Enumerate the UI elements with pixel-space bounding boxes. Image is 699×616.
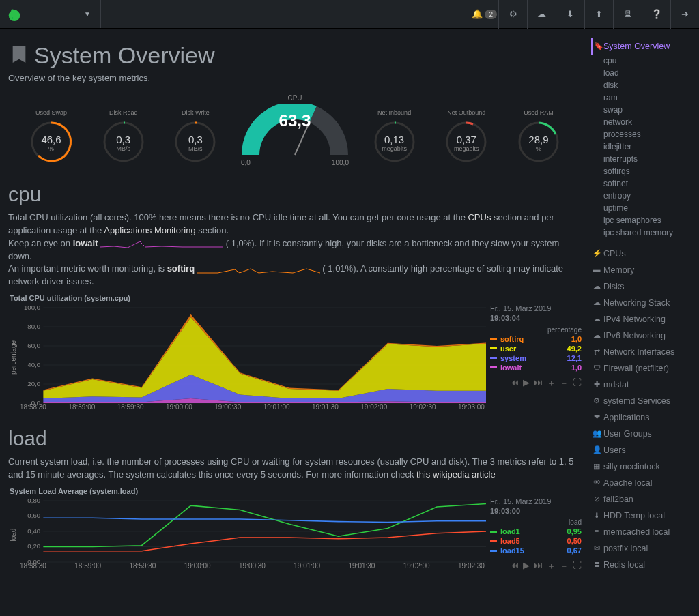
notifications-button[interactable]: 🔔 2 — [470, 0, 498, 29]
legend-item-iowait[interactable]: iowait 1,0 — [490, 364, 582, 372]
svg-point-1 — [12, 17, 13, 18]
svg-text:40,0: 40,0 — [27, 362, 40, 368]
sidebar-sub-entropy[interactable]: entropy — [591, 190, 692, 202]
cpu-chart-legend: Fr., 15. März 2019 19:03:04 percentage s… — [486, 304, 582, 411]
sidebar-sub-uptime[interactable]: uptime — [591, 202, 692, 214]
notification-badge: 2 — [485, 10, 497, 19]
sidebar-item-user-groups[interactable]: 👥User Groups — [591, 426, 692, 442]
metric-net-outbound[interactable]: Net Outbound 0,37 megabits — [436, 109, 497, 152]
sidebar-item-apache-local[interactable]: 👁Apache local — [591, 475, 692, 491]
metric-used-ram[interactable]: Used RAM 28,9 % — [508, 109, 569, 152]
sidebar-item-mdstat[interactable]: ✚mdstat — [591, 377, 692, 393]
metric-disk-write[interactable]: Disk Write 0,3 MB/s — [165, 109, 226, 152]
upload-icon: ⬆ — [595, 9, 603, 19]
sidebar-sub-interrupts[interactable]: interrupts — [591, 153, 692, 165]
legend-item-user[interactable]: user 49,2 — [490, 344, 582, 353]
sidebar-item-silly-mcclintock[interactable]: ▦silly mcclintock — [591, 458, 692, 475]
help-icon: ❔ — [651, 9, 662, 19]
download-icon: ⬇ — [567, 9, 574, 19]
sidebar-sub-swap[interactable]: swap — [591, 104, 692, 116]
logo[interactable] — [0, 0, 29, 29]
svg-text:0,60: 0,60 — [27, 513, 40, 520]
page-header: System Overview — [8, 40, 582, 69]
legend-item-load15[interactable]: load15 0,67 — [490, 546, 582, 555]
signout-button[interactable]: ➜ — [670, 0, 699, 29]
svg-text:0,40: 0,40 — [27, 528, 40, 535]
legend-item-load5[interactable]: load5 0,50 — [490, 537, 582, 545]
sidebar-item-memcached-local[interactable]: ≡memcached local — [591, 524, 692, 540]
sidebar-item-networking-stack[interactable]: ☁Networking Stack — [591, 295, 692, 311]
user-dropdown[interactable]: ▼ — [29, 0, 101, 28]
upload-button[interactable]: ⬆ — [584, 0, 613, 29]
sidebar-sub-ipc-shared-memory[interactable]: ipc shared memory — [591, 226, 692, 239]
svg-text:0,80: 0,80 — [27, 497, 40, 504]
signout-icon: ➜ — [681, 9, 689, 19]
sidebar-item-applications[interactable]: ❤Applications — [591, 409, 692, 426]
sidebar-sub-softirqs[interactable]: softirqs — [591, 165, 692, 177]
load-chart-ylabel: load — [8, 497, 18, 573]
cpu-chart[interactable]: 100,080,060,040,020,00,0 — [18, 304, 486, 413]
sidebar-item-redis-local[interactable]: ≣Redis local — [591, 557, 692, 573]
sidebar-item-postfix-local[interactable]: ✉postfix local — [591, 540, 692, 557]
sidebar-item-network-interfaces[interactable]: ⇄Network Interfaces — [591, 344, 692, 360]
cloud-download-icon: ☁ — [537, 9, 546, 19]
sidebar-sub-softnet[interactable]: softnet — [591, 177, 692, 190]
download-button[interactable]: ⬇ — [556, 0, 584, 29]
cpu-chart-title: Total CPU utilization (system.cpu) — [10, 294, 582, 302]
cpus-link[interactable]: CPUs — [468, 212, 491, 222]
settings-button[interactable]: ⚙ — [498, 0, 527, 29]
sidebar-sub-idlejitter[interactable]: idlejitter — [591, 141, 692, 153]
load-chart-controls[interactable]: ⏮▶⏭＋－⛶ — [490, 560, 582, 572]
wikipedia-link[interactable]: this wikipedia article — [416, 469, 496, 480]
metric-cpu-gauge[interactable]: CPU 63,3 0,0100,0 — [237, 94, 353, 166]
svg-text:60,0: 60,0 — [27, 342, 40, 349]
svg-text:0,20: 0,20 — [27, 544, 40, 551]
load-description: Current system load, i.e. the number of … — [8, 456, 582, 482]
gear-icon: ⚙ — [509, 9, 517, 19]
sidebar-item-fail2ban[interactable]: ⊘fail2ban — [591, 491, 692, 508]
sidebar-item-users[interactable]: 👤Users — [591, 442, 692, 458]
load-chart-title: System Load Average (system.load) — [10, 487, 582, 495]
sidebar-item-disks[interactable]: ☁Disks — [591, 278, 692, 295]
sidebar-sub-processes[interactable]: processes — [591, 128, 692, 141]
print-icon: 🖶 — [623, 9, 632, 19]
sidebar-sub-disk[interactable]: disk — [591, 79, 692, 91]
sidebar-sub-ipc-semaphores[interactable]: ipc semaphores — [591, 214, 692, 226]
appmon-link[interactable]: Applications Monitoring — [104, 225, 195, 235]
sidebar-item-cpus[interactable]: ⚡CPUs — [591, 246, 692, 262]
sidebar: 🔖 System Overview cpuloaddiskramswapnetw… — [590, 29, 699, 600]
legend-item-system[interactable]: system 12,1 — [490, 354, 582, 362]
page-title: System Overview — [34, 42, 215, 69]
metric-disk-read[interactable]: Disk Read 0,3 MB/s — [93, 109, 154, 152]
cpu-chart-controls[interactable]: ⏮▶⏭＋－⛶ — [490, 377, 582, 390]
iowait-sparkline — [100, 239, 223, 248]
sidebar-sub-ram[interactable]: ram — [591, 91, 692, 104]
legend-item-softirq[interactable]: softirq 1,0 — [490, 335, 582, 343]
section-heading-cpu: cpu — [8, 183, 582, 206]
page-subtitle: Overview of the key system metrics. — [8, 73, 582, 83]
sidebar-item-ipv6-networking[interactable]: ☁IPv6 Networking — [591, 327, 692, 344]
sidebar-item-memory[interactable]: ▬Memory — [591, 262, 692, 278]
metric-net-inbound[interactable]: Net Inbound 0,13 megabits — [364, 109, 425, 152]
softirq-sparkline — [197, 265, 320, 274]
sidebar-item-systemd-services[interactable]: ⚙systemd Services — [591, 393, 692, 409]
sidebar-sub-load[interactable]: load — [591, 67, 692, 79]
sidebar-item-ipv4-networking[interactable]: ☁IPv4 Networking — [591, 311, 692, 327]
metric-used-swap[interactable]: Used Swap 46,6 % — [20, 109, 82, 152]
svg-text:0,0: 0,0 — [31, 400, 40, 407]
sidebar-item-firewall-netfilter-[interactable]: 🛡Firewall (netfilter) — [591, 360, 692, 377]
sidebar-item-hdd-temp-local[interactable]: 🌡HDD Temp local — [591, 508, 692, 524]
print-button[interactable]: 🖶 — [613, 0, 642, 29]
legend-item-load1[interactable]: load1 0,95 — [490, 527, 582, 536]
load-chart[interactable]: 0,800,600,400,200,00 — [18, 497, 486, 572]
sidebar-sub-network[interactable]: network — [591, 116, 692, 128]
sidebar-item-overview[interactable]: 🔖 System Overview — [591, 38, 692, 55]
bookmark-icon — [8, 41, 30, 68]
help-button[interactable]: ❔ — [642, 0, 670, 29]
cloud-download-button[interactable]: ☁ — [527, 0, 556, 29]
section-heading-load: load — [8, 427, 582, 450]
sidebar-sub-cpu[interactable]: cpu — [591, 55, 692, 67]
cpu-chart-ylabel: percentage — [8, 304, 18, 411]
cpu-description: Total CPU utilization (all cores). 100% … — [8, 211, 582, 289]
bell-icon: 🔔 — [472, 9, 483, 19]
